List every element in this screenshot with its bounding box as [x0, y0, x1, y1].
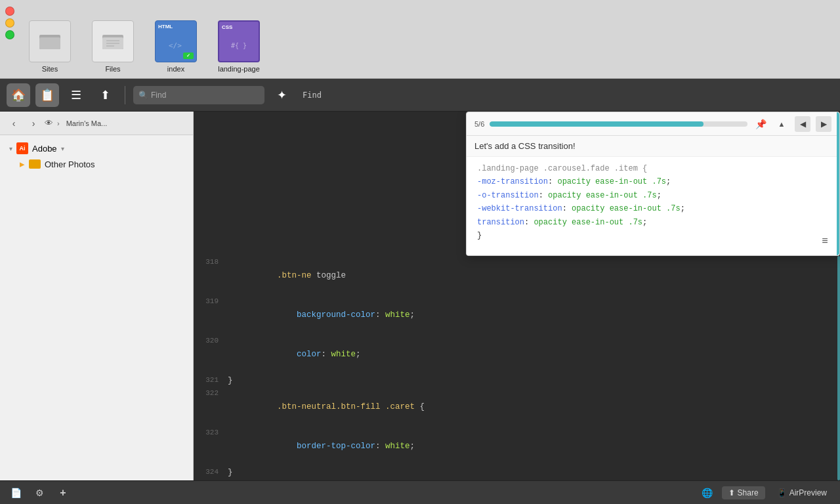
- popup-prev-button[interactable]: ◀: [795, 116, 810, 132]
- file-item-landing-page[interactable]: CSS #{ } landing-page: [213, 20, 265, 73]
- copy-button[interactable]: 📋: [35, 83, 59, 107]
- landing-page-css-icon: #{ }: [229, 35, 249, 54]
- popup-semi-1: ;: [666, 177, 671, 186]
- sidebar-item-other-photos[interactable]: ▸ Other Photos: [16, 156, 188, 172]
- popup-code-block: .landing-page .carousel.fade .item { -mo…: [467, 157, 839, 255]
- popup-val-4: opacity ease-in-out .7s: [534, 218, 642, 227]
- bottom-file-type-button[interactable]: 📄: [7, 484, 25, 502]
- code-line-322: 322 .btn-neutral.btn-fill .caret {: [194, 387, 840, 427]
- share-icon: ⬆: [728, 488, 735, 497]
- index-label: index: [167, 65, 184, 73]
- upload-button[interactable]: ⬆: [93, 83, 117, 107]
- line-num-322: 322: [198, 387, 225, 400]
- popup-semi-3: ;: [681, 204, 685, 213]
- line-num-319: 319: [198, 295, 225, 308]
- token: border-top-color: [277, 442, 375, 451]
- star-button[interactable]: ✦: [270, 83, 293, 107]
- bottom-globe-button[interactable]: 🌐: [698, 484, 717, 502]
- bottom-settings-button[interactable]: ⚙: [30, 484, 49, 502]
- search-icon: 🔍: [138, 91, 148, 100]
- token: {: [415, 402, 425, 411]
- popup-val-1: opacity ease-in-out .7s: [557, 177, 666, 186]
- scrollbar-accent[interactable]: [837, 256, 840, 480]
- airpreview-label: AirPreview: [789, 488, 827, 497]
- svg-text:</>: </>: [169, 41, 182, 50]
- token: ;: [410, 310, 415, 320]
- code-line-325: 325 .btn-neutral .caret {: [194, 479, 840, 480]
- close-window-btn[interactable]: [5, 7, 14, 16]
- popup-code-line-5: transition: opacity ease-in-out .7s;: [477, 216, 829, 229]
- list-button[interactable]: ☰: [64, 83, 88, 107]
- sidebar-forward-button[interactable]: ›: [25, 115, 42, 132]
- sites-label: Sites: [42, 65, 58, 73]
- code-line-321: 321 }: [194, 374, 840, 387]
- popup-colon-1: :: [548, 177, 557, 186]
- fullscreen-window-btn[interactable]: [5, 30, 14, 39]
- popup-next-button[interactable]: ▶: [816, 116, 831, 132]
- editor-panel: 5/6 📌 ▲ ◀ ▶ Let's add a CSS transition! …: [194, 112, 840, 480]
- popup-colon-4: :: [524, 218, 534, 227]
- popup-selector: .landing-page .carousel.fade .item {: [477, 164, 647, 173]
- airpreview-button[interactable]: 📱 AirPreview: [770, 486, 833, 499]
- progress-label: 5/6: [474, 120, 484, 128]
- file-item-files[interactable]: Files: [87, 20, 139, 73]
- svg-rect-1: [39, 37, 60, 49]
- adobe-chevron-icon: [9, 145, 12, 152]
- line-content-319: background-color: white;: [225, 295, 840, 335]
- adobe-ai-icon: Ai: [16, 142, 28, 154]
- toolbar-divider-1: [125, 86, 125, 104]
- sites-folder-icon: [38, 30, 62, 53]
- share-label: Share: [738, 488, 759, 497]
- traffic-lights: [5, 7, 14, 39]
- popup-up-button[interactable]: ▲: [774, 116, 789, 132]
- line-content-322: .btn-neutral.btn-fill .caret {: [225, 387, 840, 427]
- pin-button[interactable]: 📌: [753, 116, 768, 132]
- files-label: Files: [105, 65, 120, 73]
- popup-colon-3: :: [562, 204, 572, 213]
- files-folder-icon: [101, 30, 125, 53]
- adobe-label: Adobe: [32, 144, 57, 154]
- progress-container: 5/6: [474, 120, 747, 128]
- popup-menu-button[interactable]: ≡: [816, 232, 834, 250]
- popup-code-line-1: .landing-page .carousel.fade .item {: [477, 162, 829, 175]
- find-button[interactable]: Find: [299, 83, 326, 107]
- home-button[interactable]: 🏠: [7, 83, 30, 107]
- landing-page-label: landing-page: [218, 65, 260, 73]
- code-line-323: 323 border-top-color: white;: [194, 427, 840, 466]
- line-num-325: 325: [198, 479, 225, 480]
- token: white: [331, 350, 356, 359]
- sidebar-breadcrumb: Marin's Ma...: [64, 119, 110, 127]
- popup-val-2: opacity ease-in-out .7s: [548, 191, 657, 200]
- sidebar-item-adobe[interactable]: Ai Adobe ▾: [5, 140, 188, 156]
- main-toolbar: 🏠 📋 ☰ ⬆ 🔍 ✦ Find: [0, 79, 840, 112]
- file-item-index[interactable]: HTML </> ✓ index: [150, 20, 202, 73]
- line-content-325: .btn-neutral .caret {: [225, 479, 840, 480]
- line-content-318: .btn-ne toggle: [225, 256, 840, 295]
- tutorial-popup: 5/6 📌 ▲ ◀ ▶ Let's add a CSS transition! …: [466, 112, 840, 256]
- folder-icon: ▸: [20, 158, 25, 170]
- token: toggle: [312, 271, 346, 280]
- search-input[interactable]: [151, 91, 190, 100]
- popup-prop-1: -moz-transition: [477, 177, 548, 186]
- token: .btn-ne: [277, 271, 312, 280]
- sidebar-eye-icon[interactable]: 👁: [45, 118, 53, 128]
- bottom-plus-button[interactable]: +: [54, 484, 72, 502]
- minimize-window-btn[interactable]: [5, 18, 14, 28]
- popup-code-line-4: -webkit-transition: opacity ease-in-out …: [477, 202, 829, 215]
- line-num-318: 318: [198, 256, 225, 268]
- file-item-sites[interactable]: Sites: [24, 20, 76, 73]
- bottom-bar: 📄 ⚙ + 🌐 ⬆ Share 📱 AirPreview: [0, 480, 840, 504]
- svg-text:#{ }: #{ }: [231, 42, 247, 49]
- sidebar-back-button[interactable]: ‹: [5, 115, 22, 132]
- token: color: [277, 350, 322, 359]
- line-content-324: }: [225, 466, 840, 479]
- popup-semi-4: ;: [642, 218, 647, 227]
- sidebar-breadcrumb-separator: ›: [56, 119, 61, 127]
- share-button[interactable]: ⬆ Share: [722, 486, 765, 499]
- content-wrapper: ‹ › 👁 › Marin's Ma... Ai Adobe ▾ ▸ Other…: [0, 112, 840, 480]
- token: ;: [410, 442, 415, 451]
- token: ;: [356, 350, 361, 359]
- popup-subtitle: Let's add a CSS transition!: [467, 136, 839, 157]
- search-bar[interactable]: 🔍: [133, 86, 264, 104]
- popup-code-line-2: -moz-transition: opacity ease-in-out .7s…: [477, 175, 829, 188]
